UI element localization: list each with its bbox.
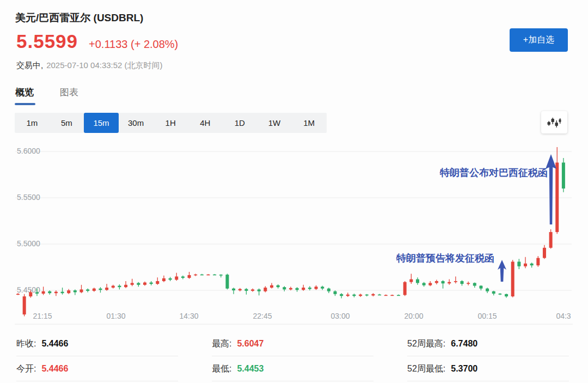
candle [454, 281, 457, 282]
candle [162, 278, 166, 281]
candle [251, 289, 254, 291]
candle [422, 283, 426, 285]
candle [498, 294, 501, 295]
stat-value: 5.4466 [41, 364, 68, 374]
stat-value: 5.4453 [237, 364, 264, 374]
candle [225, 275, 229, 288]
timeframe-1w[interactable]: 1W [257, 113, 292, 133]
candle [35, 292, 39, 294]
candle [118, 286, 121, 288]
candle [219, 275, 223, 276]
candle [390, 295, 394, 296]
candle [371, 294, 375, 296]
x-axis-label: 04:3 [556, 312, 571, 320]
stat-label: 昨收: [16, 338, 36, 350]
candle [16, 294, 20, 295]
last-price: 5.5599 [16, 31, 78, 52]
annotation-up-arrow [546, 154, 556, 224]
candle [409, 279, 413, 282]
tab-chart[interactable]: 图表 [60, 86, 78, 104]
candle [169, 278, 172, 280]
candle [150, 283, 153, 284]
stat-prev-close: 昨收: 5.4466 [16, 331, 178, 356]
stat-value: 6.7480 [451, 339, 477, 349]
candle [562, 162, 565, 189]
candle [416, 279, 419, 283]
tab-overview[interactable]: 概览 [15, 86, 34, 104]
candle [327, 289, 330, 291]
candle [536, 258, 540, 266]
candle [378, 295, 381, 296]
timeframe-30m[interactable]: 30m [119, 113, 154, 133]
stat-value: 5.4466 [41, 339, 68, 349]
candle [143, 283, 146, 285]
candle [435, 281, 438, 283]
candle [99, 289, 102, 290]
add-watchlist-button[interactable]: +加自选 [510, 28, 568, 52]
stat-value: 5.3700 [451, 364, 477, 374]
timeframe-1m[interactable]: 1m [15, 113, 50, 133]
stat-label: 今开: [16, 363, 36, 375]
candle [511, 262, 514, 296]
tab-bar: 概览 图表 [15, 86, 78, 104]
timeframe-1m[interactable]: 1M [292, 113, 327, 133]
candle [428, 283, 432, 285]
candle [352, 295, 356, 296]
stat-label: 最低: [212, 363, 231, 375]
candle [200, 275, 204, 276]
y-axis-label: 5.5500 [17, 193, 40, 202]
timeframe-5m[interactable]: 5m [50, 113, 84, 133]
stat-52wk-high: 52周最高: 6.7480 [407, 331, 569, 356]
candle [23, 296, 26, 314]
timeframe-4h[interactable]: 4H [188, 113, 223, 133]
candle [302, 288, 305, 290]
candle [530, 264, 534, 265]
candle [67, 290, 70, 293]
candle [112, 286, 115, 288]
candle [86, 289, 89, 291]
candle [80, 289, 83, 292]
candle [321, 287, 324, 288]
timeframe-15m[interactable]: 15m [84, 113, 119, 133]
stats-grid: 昨收: 5.4466 最高: 5.6047 52周最高: 6.7480 今开: … [16, 331, 569, 381]
candle [238, 289, 242, 290]
x-axis-label: 22:45 [253, 312, 272, 320]
candle [473, 283, 476, 285]
chart-type-button[interactable] [541, 111, 567, 133]
timeframe-1d[interactable]: 1D [223, 113, 258, 133]
y-axis-label: 5.5000 [17, 239, 40, 248]
candle [270, 285, 273, 288]
candle [264, 288, 267, 291]
candle [156, 281, 159, 284]
quote-timestamp: 2025-07-10 04:33:52 (北京时间) [46, 60, 162, 70]
x-axis-label: 00:15 [477, 312, 497, 320]
chart-annotation-text: 特朗普预告将发征税函 [396, 252, 494, 264]
chart-area[interactable]: 5.60005.55005.50005.450021:1501:3014:302… [0, 139, 588, 327]
candle [54, 292, 58, 294]
candle [74, 290, 77, 292]
candle [283, 287, 286, 289]
page-title: 美元/巴西雷亚尔 (USDBRL) [15, 11, 143, 25]
candle [549, 232, 553, 248]
candle [448, 282, 451, 284]
candle [479, 286, 482, 289]
stat-52wk-low: 52周最低: 5.3700 [407, 356, 569, 381]
candle [213, 275, 216, 276]
candle [442, 281, 445, 283]
candle [188, 275, 191, 278]
candle [486, 289, 489, 291]
timeframe-bar: 1m5m15m30m1H4H1D1W1M [15, 113, 327, 133]
candle [315, 287, 318, 289]
candle [232, 289, 235, 290]
candle [308, 288, 311, 289]
price-change: +0.1133 (+ 2.08%) [89, 38, 178, 51]
timeframe-1h[interactable]: 1H [153, 113, 188, 133]
annotation-up-arrow [498, 260, 506, 282]
candle [359, 295, 362, 296]
candle [207, 275, 210, 276]
chart-annotation-text: 特朗普公布对巴西征税函 [439, 167, 548, 178]
price-row: 5.5599 +0.1133 (+ 2.08%) [16, 31, 178, 52]
candle [181, 277, 185, 278]
candle [137, 283, 140, 284]
candle [93, 289, 96, 291]
